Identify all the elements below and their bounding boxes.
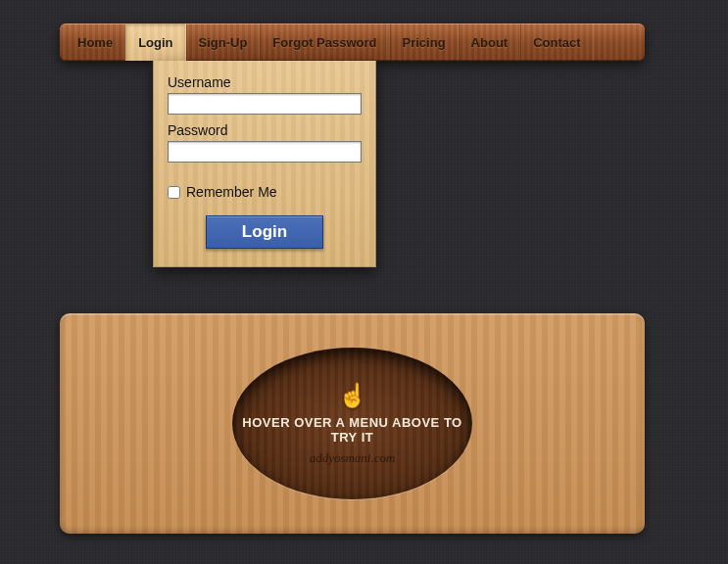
main-nav: Home Login Sign-Up Forgot Password Prici… — [60, 24, 645, 61]
nav-item-pricing[interactable]: Pricing — [390, 24, 459, 61]
pointer-icon: ☝ — [338, 382, 367, 409]
info-oval: ☝ Hover over a menu above to try it addy… — [232, 348, 472, 499]
nav-item-home[interactable]: Home — [66, 24, 125, 61]
nav-item-forgot[interactable]: Forgot Password — [260, 24, 389, 61]
remember-checkbox[interactable] — [168, 186, 180, 199]
info-panel: ☝ Hover over a menu above to try it addy… — [60, 313, 645, 534]
password-input[interactable] — [168, 141, 362, 163]
remember-label: Remember Me — [186, 184, 277, 200]
login-button[interactable]: Login — [206, 215, 323, 249]
login-dropdown: Username Password Remember Me Login — [153, 61, 376, 267]
credit-text: addyosmani.com — [310, 450, 396, 466]
password-label: Password — [168, 122, 362, 138]
nav-item-contact[interactable]: Contact — [520, 24, 593, 61]
hover-instruction: Hover over a menu above to try it — [232, 415, 472, 445]
username-label: Username — [168, 74, 362, 90]
nav-item-signup[interactable]: Sign-Up — [186, 24, 261, 61]
nav-item-login[interactable]: Login — [125, 24, 185, 61]
username-input[interactable] — [168, 93, 362, 115]
nav-item-about[interactable]: About — [459, 24, 521, 61]
